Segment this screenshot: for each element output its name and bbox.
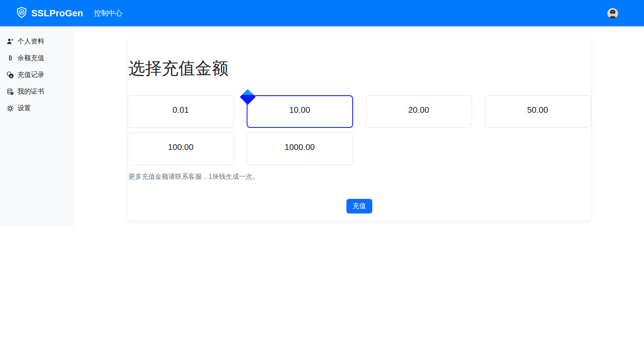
amount-label: 1000.00	[285, 142, 315, 152]
user-avatar[interactable]	[607, 8, 634, 19]
amount-option-1000.00[interactable]: 1000.00	[247, 132, 353, 165]
gear-icon	[7, 105, 14, 112]
amount-option-20.00[interactable]: 20.00	[366, 95, 472, 128]
sidebar-item-label: 我的证书	[18, 87, 44, 96]
amount-option-100.00[interactable]: 100.00	[128, 132, 234, 165]
sidebar-item-label: 个人资料	[18, 37, 44, 46]
amount-label: 50.00	[527, 105, 548, 115]
brand-name: SSLProGen	[31, 8, 83, 19]
button-row: 充值	[128, 199, 591, 213]
amount-option-50.00[interactable]: 50.00	[485, 95, 591, 128]
amount-option-10.00[interactable]: 10.00	[247, 95, 353, 128]
main-content: 选择充值金额 0.01 10.00 20.00 50.00 100.00	[74, 26, 644, 221]
sidebar-item-profile[interactable]: 个人资料	[0, 33, 74, 50]
sidebar-item-recharge-records[interactable]: $ 充值记录	[0, 66, 74, 83]
sidebar-item-label: 设置	[18, 104, 31, 113]
sidebar: 个人资料 余额充值 $ 充值记录	[0, 26, 74, 227]
nav-link-control-center[interactable]: 控制中心	[94, 8, 122, 18]
recharge-button[interactable]: 充值	[346, 199, 372, 213]
amount-label: 0.01	[173, 105, 189, 115]
sidebar-item-recharge[interactable]: 余额充值	[0, 50, 74, 66]
brand[interactable]: SSLProGen	[16, 7, 83, 20]
certificate-database-icon	[7, 88, 14, 95]
page-title: 选择充值金额	[128, 59, 591, 77]
amount-label: 20.00	[408, 105, 429, 115]
sidebar-item-certificates[interactable]: 我的证书	[0, 83, 74, 100]
recharge-panel: 选择充值金额 0.01 10.00 20.00 50.00 100.00	[127, 37, 591, 221]
amount-option-0.01[interactable]: 0.01	[128, 95, 234, 128]
sidebar-item-label: 余额充值	[18, 54, 44, 63]
bitcoin-icon	[7, 55, 14, 62]
user-plus-icon	[7, 38, 14, 45]
shield-logo-icon	[16, 7, 28, 20]
recharge-note: 更多充值金额请联系客服，1块钱生成一次。	[129, 173, 591, 181]
cash-coin-icon: $	[7, 71, 14, 79]
sidebar-item-settings[interactable]: 设置	[0, 100, 74, 117]
amount-label: 100.00	[168, 142, 193, 152]
page-layout: 个人资料 余额充值 $ 充值记录	[0, 26, 644, 227]
amount-label: 10.00	[289, 105, 310, 115]
top-navbar: SSLProGen 控制中心	[0, 0, 644, 26]
sidebar-item-label: 充值记录	[18, 71, 44, 79]
svg-text:$: $	[10, 74, 13, 78]
amount-grid: 0.01 10.00 20.00 50.00 100.00 1000.00	[128, 95, 591, 165]
